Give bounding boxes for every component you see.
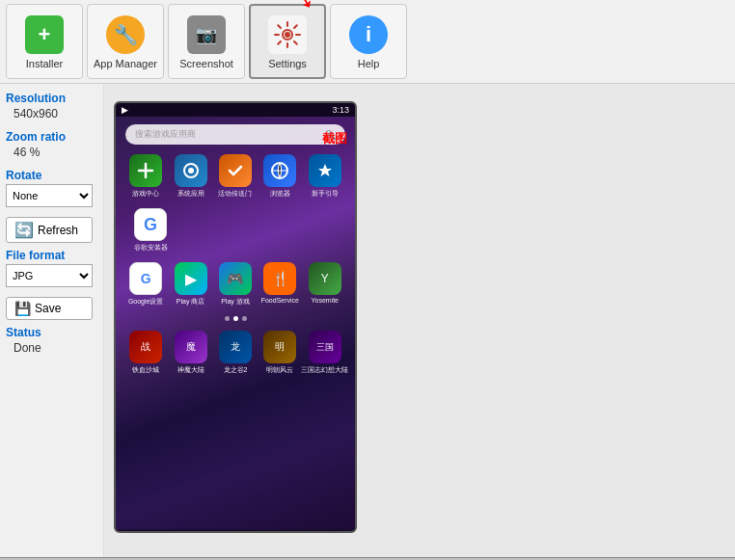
help-button[interactable]: i Help	[330, 4, 407, 79]
guide-label: 新手引导	[312, 189, 339, 199]
app-google-installer[interactable]: G 谷歌安装器	[131, 208, 170, 253]
dot-3	[242, 316, 247, 321]
google-settings-label: Google设置	[128, 297, 164, 307]
status-section: Status Done	[6, 326, 97, 355]
google-settings-icon: G	[129, 262, 162, 295]
app-manager-icon: 🔧	[104, 13, 147, 56]
content-area: ▶ 3:13 截图 搜索游戏应用商 🔍	[104, 84, 735, 557]
app-yosemite[interactable]: Y Yosemite	[306, 262, 344, 307]
activity-icon	[219, 154, 252, 187]
dock-row: 战 铁血沙城 魔 神魔大陆 龙	[116, 327, 355, 379]
toolbar: + Installer 🔧 App Manager 📷 Screenshot S…	[0, 0, 735, 84]
dock-app-5[interactable]: 三国 三国志幻想大陆	[306, 331, 344, 375]
dock-label-1: 铁血沙城	[132, 365, 159, 375]
settings-button[interactable]: Settings ➘	[249, 4, 326, 79]
dock-label-5: 三国志幻想大陆	[301, 365, 348, 375]
rotate-label: Rotate	[6, 169, 97, 182]
yosemite-label: Yosemite	[311, 297, 339, 304]
screenshot-button[interactable]: 📷 Screenshot	[168, 4, 245, 79]
dock-icon-4: 明	[263, 331, 296, 363]
foodservice-label: FoodService	[261, 297, 299, 304]
app-playgames[interactable]: 🎮 Play 游戏	[216, 262, 255, 307]
installer-icon: +	[23, 13, 66, 56]
refresh-button[interactable]: 🔄 Refresh	[6, 217, 93, 243]
yosemite-icon: Y	[309, 262, 341, 295]
playstore-label: Play 商店	[177, 297, 205, 307]
dock-app-1[interactable]: 战 铁血沙城	[126, 331, 165, 375]
refresh-icon: 🔄	[14, 221, 34, 239]
screenshot-label: Screenshot	[179, 58, 233, 69]
help-icon: i	[347, 13, 390, 56]
resolution-label: Resolution	[6, 92, 97, 105]
status-value: Done	[6, 341, 97, 355]
rotate-section: Rotate None 90° 180° 270°	[6, 169, 97, 207]
app-system[interactable]: 系统应用	[172, 154, 210, 199]
gaming-label: 游戏中心	[132, 189, 159, 199]
save-button[interactable]: 💾 Save	[6, 297, 93, 320]
dot-1	[225, 316, 230, 321]
dock-app-3[interactable]: 龙 龙之谷2	[216, 331, 255, 375]
dock-app-2[interactable]: 魔 神魔大陆	[172, 331, 210, 375]
page-dots	[116, 314, 355, 323]
watermark: 截图	[322, 130, 347, 147]
dock-icon-5: 三国	[309, 331, 341, 363]
app-manager-label: App Manager	[94, 58, 157, 69]
zoom-value: 46 %	[6, 146, 97, 159]
installer-label: Installer	[26, 58, 64, 69]
save-icon: 💾	[14, 301, 31, 316]
file-format-dropdown[interactable]: JPG PNG BMP	[6, 264, 93, 287]
guide-icon	[309, 154, 341, 187]
file-format-label: File format	[6, 249, 97, 262]
help-label: Help	[358, 58, 380, 69]
settings-icon	[266, 13, 309, 56]
zoom-section: Zoom ratio 46 %	[6, 130, 97, 159]
app-guide[interactable]: 新手引导	[306, 154, 344, 199]
main-area: Resolution 540x960 Zoom ratio 46 % Rotat…	[0, 84, 735, 557]
dot-2	[233, 316, 238, 321]
google-installer-label: 谷歌安装器	[134, 243, 168, 253]
rotate-dropdown[interactable]: None 90° 180° 270°	[6, 184, 93, 207]
status-time: 3:13	[332, 105, 349, 115]
phone-status-bar: ▶ 3:13	[116, 103, 355, 117]
zoom-label: Zoom ratio	[6, 130, 97, 144]
dock-app-4[interactable]: 明 明朝风云	[260, 331, 299, 375]
resolution-section: Resolution 540x960	[6, 92, 97, 120]
app-gaming[interactable]: 游戏中心	[126, 154, 165, 199]
browser-icon	[263, 154, 296, 187]
phone-body: 截图 搜索游戏应用商 🔍 游戏中心	[116, 117, 355, 529]
phone-search-bar: 搜索游戏应用商 🔍	[125, 124, 345, 145]
status-label: Status	[6, 326, 97, 339]
phone-wrapper: ▶ 3:13 截图 搜索游戏应用商 🔍	[114, 101, 357, 533]
dock-label-4: 明朝风云	[266, 365, 293, 375]
system-icon	[175, 154, 207, 187]
dock-icon-2: 魔	[175, 331, 207, 363]
apps-row-1: 游戏中心 系统应用 活动传送门	[116, 150, 355, 202]
phone-screen: ▶ 3:13 截图 搜索游戏应用商 🔍	[114, 101, 357, 533]
app-playstore[interactable]: ▶ Play 商店	[172, 262, 210, 307]
app-foodservice[interactable]: 🍴 FoodService	[260, 262, 299, 307]
playgames-icon: 🎮	[219, 262, 252, 295]
save-label: Save	[35, 302, 61, 315]
playgames-label: Play 游戏	[221, 297, 250, 307]
foodservice-icon: 🍴	[263, 262, 296, 295]
browser-label: 浏览器	[270, 189, 290, 199]
activity-label: 活动传送门	[218, 189, 252, 199]
app-activity[interactable]: 活动传送门	[216, 154, 255, 199]
resolution-value: 540x960	[6, 107, 97, 120]
dock-label-3: 龙之谷2	[224, 365, 248, 375]
apps-row-2: G 谷歌安装器	[116, 204, 355, 256]
refresh-label: Refresh	[38, 224, 78, 237]
google-installer-icon: G	[134, 208, 167, 241]
gaming-icon	[129, 154, 162, 187]
app-google-settings[interactable]: G Google设置	[126, 262, 165, 307]
search-text: 搜索游戏应用商	[135, 128, 196, 141]
settings-label: Settings	[268, 58, 307, 69]
svg-point-0	[285, 32, 290, 38]
status-left: ▶	[122, 105, 128, 115]
file-format-section: File format JPG PNG BMP	[6, 249, 97, 287]
app-browser[interactable]: 浏览器	[260, 154, 299, 199]
installer-button[interactable]: + Installer	[6, 4, 83, 79]
dock-icon-3: 龙	[219, 331, 252, 363]
app-manager-button[interactable]: 🔧 App Manager	[87, 4, 164, 79]
svg-point-3	[188, 168, 194, 173]
